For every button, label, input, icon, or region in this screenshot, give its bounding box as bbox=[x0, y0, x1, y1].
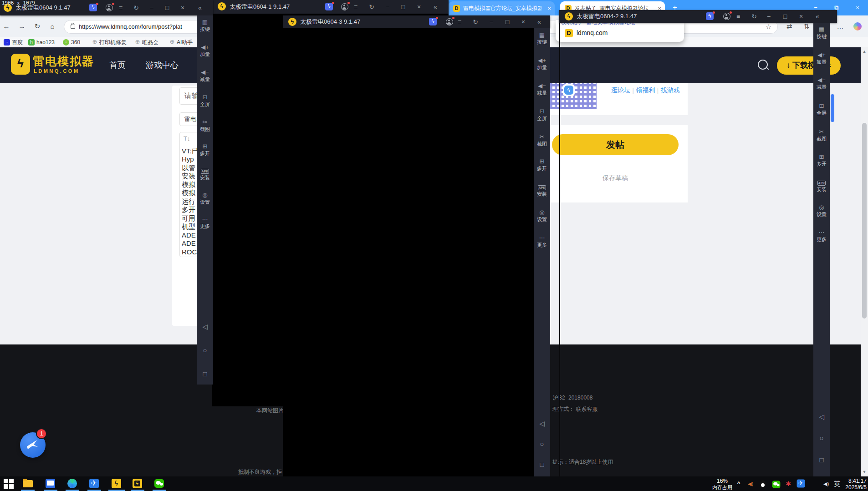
link-findgame[interactable]: 找游戏 bbox=[661, 86, 680, 94]
sidebar-item-volume-down[interactable]: ◀−减量 bbox=[534, 82, 550, 96]
android-home-button[interactable]: ○ bbox=[197, 346, 213, 354]
tab-close-icon[interactable]: × bbox=[547, 1, 551, 15]
taskbar-ldmultiplayer-icon[interactable]: ϟ bbox=[133, 479, 143, 489]
sidebar-item-volume-up[interactable]: ◀+加量 bbox=[534, 57, 550, 71]
maximize-icon[interactable]: □ bbox=[163, 0, 171, 15]
taskbar-edge-icon[interactable] bbox=[67, 479, 77, 489]
scroll-up-icon[interactable]: ▲ bbox=[861, 49, 868, 54]
forward-icon[interactable]: → bbox=[16, 21, 27, 32]
boost-icon[interactable]: ϟ bbox=[325, 3, 333, 10]
emulator-titlebar[interactable]: ϟ 太极雷电0604-2 9.1.47 ϟ ≡ ↻ − □ × « bbox=[559, 10, 837, 23]
start-button[interactable] bbox=[4, 479, 14, 489]
home-icon[interactable]: ⌂ bbox=[47, 21, 58, 32]
rotate-icon[interactable]: ↻ bbox=[750, 10, 758, 23]
account-icon[interactable] bbox=[341, 3, 348, 10]
close-icon[interactable]: × bbox=[179, 0, 187, 15]
sidebar-item-volume-down[interactable]: ◀−减量 bbox=[813, 76, 830, 91]
menu-icon[interactable]: ≡ bbox=[734, 10, 742, 23]
logo-title[interactable]: 雷电模拟器 bbox=[33, 54, 94, 69]
ldmnq-logo-icon[interactable]: ϟ bbox=[11, 54, 30, 75]
sidebar-item-multi-open[interactable]: ⊞多开 bbox=[197, 143, 213, 157]
copilot-icon[interactable] bbox=[853, 22, 862, 30]
boost-icon[interactable]: ϟ bbox=[429, 18, 437, 25]
collapse-sidebar-icon[interactable]: « bbox=[431, 0, 439, 14]
page-scrollbar[interactable]: ▲ ▼ bbox=[861, 47, 868, 476]
android-home-button[interactable]: ○ bbox=[813, 434, 830, 442]
sidebar-item-multi-open[interactable]: ⊞多开 bbox=[813, 153, 830, 167]
bookmark-360[interactable]: 360 bbox=[71, 37, 80, 47]
sidebar-item-screenshot[interactable]: ✂截图 bbox=[197, 119, 213, 133]
sidebar-item-more[interactable]: ⋯更多 bbox=[534, 234, 550, 248]
sidebar-item-volume-up[interactable]: ◀+加量 bbox=[813, 51, 830, 66]
taskbar-ldplayer-icon[interactable]: ϟ bbox=[112, 479, 122, 489]
search-icon[interactable] bbox=[758, 60, 768, 70]
emulator-titlebar[interactable]: ϟ 太极雷电0604-1 9.1.47 ϟ ≡ ↻ − □ × « bbox=[212, 0, 449, 14]
menu-icon[interactable]: ≡ bbox=[455, 15, 464, 28]
publish-button[interactable]: 发帖 bbox=[552, 134, 679, 155]
minimize-icon[interactable]: − bbox=[765, 10, 773, 23]
android-recent-button[interactable]: □ bbox=[813, 456, 830, 464]
emulator-titlebar[interactable]: ϟ 太极雷电0604-3 9.1.47 ϟ ≡ ↻ − □ × « bbox=[283, 15, 550, 28]
bookmark-ai[interactable]: AI助手 bbox=[177, 37, 193, 47]
sidebar-item-keymap[interactable]: ▦按键 bbox=[197, 19, 213, 33]
minimize-icon[interactable]: − bbox=[383, 0, 392, 14]
sidebar-item-keymap[interactable]: ▦按键 bbox=[534, 31, 550, 46]
link-welfare[interactable]: 领福利 bbox=[636, 86, 655, 94]
android-back-button[interactable]: ◁ bbox=[197, 323, 213, 331]
sidebar-item-settings[interactable]: ◎设置 bbox=[197, 192, 213, 206]
menu-icon[interactable]: ≡ bbox=[117, 0, 125, 15]
sidebar-item-volume-down[interactable]: ◀−减量 bbox=[197, 69, 213, 83]
taskbar-xunlei-icon[interactable]: ✈ bbox=[89, 479, 99, 489]
reload-icon[interactable]: ↻ bbox=[32, 21, 43, 32]
sidebar-item-more[interactable]: ⋯更多 bbox=[197, 216, 213, 230]
android-back-button[interactable]: ◁ bbox=[813, 413, 830, 421]
maximize-icon[interactable]: □ bbox=[781, 10, 789, 23]
tray-speaker-warn-icon[interactable]: ◀) bbox=[746, 476, 755, 491]
clock-time[interactable]: 8:41:17 bbox=[840, 478, 867, 484]
account-icon[interactable] bbox=[106, 4, 113, 11]
back-icon[interactable]: ← bbox=[1, 21, 12, 32]
suggestion-ldmnq[interactable]: ldmnq.com bbox=[577, 26, 608, 39]
collapse-sidebar-icon[interactable]: « bbox=[813, 10, 822, 23]
link-forum[interactable]: 逛论坛 bbox=[611, 86, 630, 94]
tray-volume-icon[interactable]: ◀) bbox=[822, 476, 831, 491]
android-recent-button[interactable]: □ bbox=[197, 370, 213, 378]
collapse-sidebar-icon[interactable]: « bbox=[196, 0, 204, 15]
sidebar-scroll-pill[interactable] bbox=[831, 94, 834, 122]
clock-date[interactable]: 2025/6/5 bbox=[837, 484, 867, 491]
bookmark-hao123[interactable]: hao123 bbox=[36, 37, 55, 47]
url-text[interactable]: https://www.ldmnq.com/forum/post?plat bbox=[79, 20, 182, 33]
maximize-icon[interactable]: □ bbox=[503, 15, 511, 28]
close-icon[interactable]: × bbox=[797, 10, 805, 23]
download-button[interactable]: ↓ 下载模拟器 bbox=[777, 56, 841, 75]
boost-icon[interactable]: ϟ bbox=[706, 12, 714, 20]
bookmark-vip[interactable]: 唯品会 bbox=[142, 37, 158, 47]
close-icon[interactable]: × bbox=[519, 15, 527, 28]
boost-icon[interactable]: ϟ bbox=[89, 4, 97, 11]
taskbar-multiplayer-manager-icon[interactable] bbox=[46, 479, 56, 489]
tab-forum[interactable]: D 雷电模拟器官方论坛_安卓模拟器 × bbox=[449, 1, 555, 15]
android-home-button[interactable]: ○ bbox=[534, 440, 550, 448]
sidebar-item-fullscreen[interactable]: ⊡全屏 bbox=[197, 94, 213, 108]
minimize-icon[interactable]: − bbox=[487, 15, 495, 28]
nav-gamecenter-link[interactable]: 游戏中心 bbox=[146, 47, 179, 83]
sidebar-item-settings[interactable]: ◎设置 bbox=[534, 209, 550, 223]
sidebar-item-volume-up[interactable]: ◀+加量 bbox=[197, 44, 213, 58]
tray-wechat-icon[interactable] bbox=[771, 480, 781, 490]
sidebar-item-install-apk[interactable]: APK安装 bbox=[197, 167, 213, 181]
sidebar-item-fullscreen[interactable]: ⊡全屏 bbox=[813, 102, 830, 116]
chat-widget[interactable]: 1 bbox=[20, 432, 46, 458]
tray-qq-icon[interactable] bbox=[760, 479, 770, 489]
close-icon[interactable]: × bbox=[415, 0, 423, 14]
sidebar-item-install-apk[interactable]: APK安装 bbox=[534, 183, 550, 197]
collapse-sidebar-icon[interactable]: « bbox=[535, 15, 543, 28]
rotate-icon[interactable]: ↻ bbox=[471, 15, 480, 28]
tray-xunlei-icon[interactable]: ✈ bbox=[796, 479, 806, 489]
bookmark-printer[interactable]: 打印机修复 bbox=[99, 37, 127, 47]
sidebar-item-more[interactable]: ⋯更多 bbox=[813, 229, 830, 243]
sidebar-item-fullscreen[interactable]: ⊡全屏 bbox=[534, 108, 550, 122]
tray-expand-icon[interactable]: ^ bbox=[735, 476, 742, 491]
taskbar-explorer-icon[interactable] bbox=[23, 479, 33, 489]
sidebar-item-screenshot[interactable]: ✂截图 bbox=[534, 133, 550, 147]
maximize-icon[interactable]: □ bbox=[399, 0, 407, 14]
